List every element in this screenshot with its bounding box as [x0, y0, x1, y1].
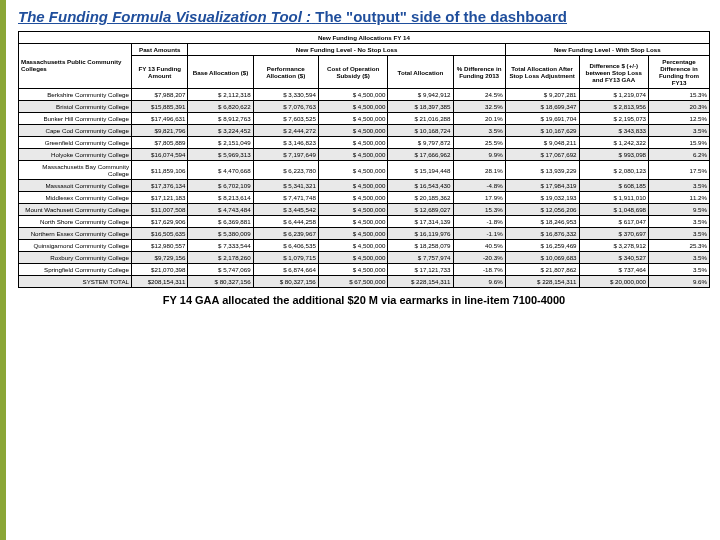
cell-pct: -1.1%: [453, 228, 505, 240]
cell-pctg: 3.5%: [649, 125, 710, 137]
table-banner-row: New Funding Allocations FY 14: [19, 32, 710, 44]
cell-total: $ 16,119,976: [388, 228, 453, 240]
cell-pctg: 11.2%: [649, 192, 710, 204]
cell-diff: $ 340,527: [579, 252, 649, 264]
hdr-perf: Performance Allocation ($): [253, 56, 318, 89]
cell-fy13: $21,070,398: [132, 264, 188, 276]
hdr-cost: Cost of Operation Subsidy ($): [318, 56, 388, 89]
row-name: Massachusetts Bay Community College: [19, 161, 132, 180]
cell-after: $ 18,246,953: [505, 216, 579, 228]
cell-total: $ 12,689,027: [388, 204, 453, 216]
cell-total: $ 20,185,362: [388, 192, 453, 204]
section-withstop: New Funding Level - With Stop Loss: [505, 44, 709, 56]
cell-pct: 32.5%: [453, 101, 505, 113]
cell-diff: $ 737,464: [579, 264, 649, 276]
section-header-row: Past Amounts New Funding Level - No Stop…: [19, 44, 710, 56]
cell-base: $ 2,151,049: [188, 137, 253, 149]
cell-base: $ 5,969,313: [188, 149, 253, 161]
slide: The Funding Formula Visualization Tool :…: [0, 0, 720, 540]
cell-fy13: $17,121,183: [132, 192, 188, 204]
cell-pct: 17.9%: [453, 192, 505, 204]
cell-fy13: $9,821,796: [132, 125, 188, 137]
cell-after: $ 16,259,469: [505, 240, 579, 252]
cell-fy13: $7,805,889: [132, 137, 188, 149]
cell-after: $ 19,691,704: [505, 113, 579, 125]
cell-pctg: 25.3%: [649, 240, 710, 252]
cell-base: $ 3,224,452: [188, 125, 253, 137]
corner-label: Massachusetts Public Community Colleges: [19, 56, 132, 89]
cell-cost: $ 4,500,000: [318, 161, 388, 180]
cell-fy13: $9,729,156: [132, 252, 188, 264]
row-name: Cape Cod Community College: [19, 125, 132, 137]
cell-cost: $ 4,500,000: [318, 149, 388, 161]
table-body: Berkshire Community College$7,988,207$ 2…: [19, 89, 710, 288]
cell-perf: $ 80,327,156: [253, 276, 318, 288]
cell-after: $ 9,048,211: [505, 137, 579, 149]
table-row: Bunker Hill Community College$17,496,631…: [19, 113, 710, 125]
cell-cost: $ 4,500,000: [318, 240, 388, 252]
cell-diff: $ 20,000,000: [579, 276, 649, 288]
cell-perf: $ 6,239,967: [253, 228, 318, 240]
cell-pct: 25.5%: [453, 137, 505, 149]
row-name: Holyoke Community College: [19, 149, 132, 161]
hdr-afterstop: Total Allocation After Stop Loss Adjustm…: [505, 56, 579, 89]
table-row: Mount Wachusett Community College$11,007…: [19, 204, 710, 216]
cell-fy13: $11,007,508: [132, 204, 188, 216]
cell-perf: $ 3,146,823: [253, 137, 318, 149]
table-row: Roxbury Community College$9,729,156$ 2,1…: [19, 252, 710, 264]
cell-base: $ 2,112,318: [188, 89, 253, 101]
table-row: Holyoke Community College$16,074,594$ 5,…: [19, 149, 710, 161]
cell-pctg: 3.5%: [649, 216, 710, 228]
cell-cost: $ 4,500,000: [318, 113, 388, 125]
cell-pctg: 3.5%: [649, 252, 710, 264]
cell-base: $ 8,213,614: [188, 192, 253, 204]
row-name: Quinsigamond Community College: [19, 240, 132, 252]
hdr-diffdollar: Difference $ (+/-) between Stop Loss and…: [579, 56, 649, 89]
cell-total: $ 15,194,448: [388, 161, 453, 180]
cell-fy13: $7,988,207: [132, 89, 188, 101]
table-row: Middlesex Community College$17,121,183$ …: [19, 192, 710, 204]
title-right: The "output" side of the dashboard: [315, 8, 567, 25]
cell-pct: 15.3%: [453, 204, 505, 216]
cell-base: $ 6,820,622: [188, 101, 253, 113]
cell-pct: -1.8%: [453, 216, 505, 228]
cell-perf: $ 7,197,649: [253, 149, 318, 161]
row-name: North Shore Community College: [19, 216, 132, 228]
table-row: Berkshire Community College$7,988,207$ 2…: [19, 89, 710, 101]
cell-cost: $ 4,500,000: [318, 204, 388, 216]
cell-cost: $ 4,500,000: [318, 101, 388, 113]
cell-after: $ 10,069,683: [505, 252, 579, 264]
cell-diff: $ 370,697: [579, 228, 649, 240]
cell-perf: $ 2,444,272: [253, 125, 318, 137]
cell-diff: $ 1,048,698: [579, 204, 649, 216]
cell-fy13: $17,496,631: [132, 113, 188, 125]
cell-total: $ 18,258,079: [388, 240, 453, 252]
cell-cost: $ 4,500,000: [318, 89, 388, 101]
cell-perf: $ 5,341,321: [253, 180, 318, 192]
corner-blank: [19, 44, 132, 56]
cell-total: $ 228,154,311: [388, 276, 453, 288]
funding-table: New Funding Allocations FY 14 Past Amoun…: [18, 31, 710, 288]
cell-pctg: 15.3%: [649, 89, 710, 101]
column-header-row: Massachusetts Public Community Colleges …: [19, 56, 710, 89]
cell-cost: $ 67,500,000: [318, 276, 388, 288]
cell-perf: $ 7,471,748: [253, 192, 318, 204]
cell-cost: $ 4,500,000: [318, 125, 388, 137]
cell-base: $ 6,369,881: [188, 216, 253, 228]
cell-perf: $ 1,079,715: [253, 252, 318, 264]
cell-pctg: 20.3%: [649, 101, 710, 113]
cell-total: $ 21,016,288: [388, 113, 453, 125]
table-row: Massasoit Community College$17,376,134$ …: [19, 180, 710, 192]
cell-cost: $ 4,500,000: [318, 192, 388, 204]
cell-pctg: 17.5%: [649, 161, 710, 180]
table-row: SYSTEM TOTAL$208,154,311$ 80,327,156$ 80…: [19, 276, 710, 288]
row-name: Bristol Community College: [19, 101, 132, 113]
cell-total: $ 9,942,912: [388, 89, 453, 101]
cell-base: $ 6,702,109: [188, 180, 253, 192]
cell-base: $ 5,747,069: [188, 264, 253, 276]
hdr-fy13: FY 13 Funding Amount: [132, 56, 188, 89]
cell-diff: $ 343,833: [579, 125, 649, 137]
hdr-base: Base Allocation ($): [188, 56, 253, 89]
cell-after: $ 19,032,193: [505, 192, 579, 204]
row-name: SYSTEM TOTAL: [19, 276, 132, 288]
